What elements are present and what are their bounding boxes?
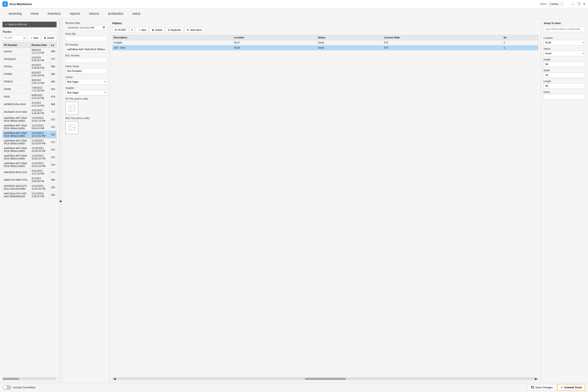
pallets-hscroll-thumb[interactable] bbox=[305, 378, 346, 380]
include-committed-toggle: Include Committed bbox=[3, 385, 35, 390]
table-row[interactable]: multiple RL07 Good 572 2 bbox=[112, 40, 538, 45]
back-to-asn-button[interactable]: ↩ Back to ASN List bbox=[2, 22, 56, 27]
table-row[interactable]: Testing123 2/2/2022 9:05:05 PM 472 bbox=[3, 55, 56, 63]
carrier-select-wrap[interactable]: Bob Sager bbox=[65, 79, 107, 84]
table-row[interactable]: 103 - Oreo RL06 Good 573 1 bbox=[112, 45, 538, 50]
jump-input[interactable] bbox=[544, 26, 586, 32]
carrier-select[interactable]: Bob Sager bbox=[65, 79, 107, 84]
col-license-plate[interactable]: License Plate bbox=[383, 35, 502, 40]
carrier-label: Carrier bbox=[65, 76, 107, 78]
col-location[interactable]: Location bbox=[233, 35, 317, 40]
table-row[interactable]: eab546ae-8af7-45a8-9518-3fb5ecc0df0d 12/… bbox=[3, 138, 56, 146]
location-select[interactable]: RL06 bbox=[544, 40, 586, 45]
driver-name-input[interactable] bbox=[65, 68, 107, 74]
navbar: receivingmoveinventoryreportsreturnsprod… bbox=[0, 8, 588, 19]
table-row[interactable]: P0456 7/28/2022 7:21:36 PM 924 bbox=[3, 86, 56, 93]
trucks-table-wrap: PO Number ↓ Receive Date Lo tewrtrts 9/8… bbox=[2, 42, 56, 377]
nav-item-production[interactable]: production bbox=[104, 8, 128, 19]
width-label: Width bbox=[544, 69, 586, 72]
height-input[interactable] bbox=[544, 62, 586, 67]
client-select-wrap[interactable]: Cerritus bbox=[548, 2, 564, 6]
table-row[interactable]: P830 8/30/2022 2:53:34 PM 978 bbox=[3, 93, 56, 101]
status-select-wrap[interactable]: Good bbox=[544, 51, 586, 56]
pallets-delete-button[interactable]: 🗑 Delete bbox=[150, 27, 164, 33]
col-ite[interactable]: Ite bbox=[502, 35, 538, 40]
minimize-button[interactable]: — bbox=[571, 2, 574, 6]
status-select[interactable]: Good bbox=[544, 51, 586, 56]
bol-file-preview[interactable] bbox=[65, 121, 78, 134]
commit-truck-button[interactable]: ✓ Commit Truck bbox=[558, 384, 585, 391]
col-description[interactable]: Description ↓ bbox=[112, 35, 233, 40]
col-lo[interactable]: Lo bbox=[50, 43, 56, 48]
table-row[interactable]: e8db27a4-9d80-475a 4/1/2022 3:50:58 PM 6… bbox=[3, 176, 56, 184]
nav-item-setup[interactable]: setup bbox=[128, 8, 145, 19]
pallets-filter-clear[interactable]: ✕ bbox=[129, 27, 134, 33]
table-row[interactable]: e987b045-8076-4191 4/12/2022 4:57:23 PM … bbox=[3, 169, 56, 176]
trucks-hscrollbar[interactable] bbox=[2, 377, 56, 380]
notes-input[interactable] bbox=[544, 94, 586, 100]
table-row[interactable]: eab546ae-8af7-45a8-9518-3fb5ecc0df0d 12/… bbox=[3, 154, 56, 161]
trucks-delete-button[interactable]: 🗑 Delete bbox=[42, 35, 56, 41]
bottom-actions: 💾 Save Changes ✓ Commit Truck bbox=[528, 384, 585, 391]
receive-date-field[interactable]: 12/15/2021 10:13:01 PM 📅 bbox=[65, 25, 107, 30]
pallets-view-items-button[interactable]: 👁 View Items bbox=[184, 27, 204, 33]
pallets-table: Description ↓ Location Status License Pl… bbox=[112, 35, 538, 50]
po-number-label: PO Number bbox=[65, 43, 107, 46]
client-label: Client: bbox=[540, 3, 547, 6]
nav-item-returns[interactable]: returns bbox=[84, 8, 104, 19]
width-input[interactable] bbox=[544, 72, 586, 78]
col-status[interactable]: Status bbox=[317, 35, 383, 40]
maximize-button[interactable]: ❐ bbox=[577, 2, 580, 6]
trucks-filter-clear[interactable]: ✕ bbox=[23, 36, 26, 40]
length-input[interactable] bbox=[544, 83, 586, 88]
status-label: Status bbox=[544, 47, 586, 50]
close-button[interactable]: ✕ bbox=[583, 2, 586, 6]
col-receive-date[interactable]: Receive Date bbox=[30, 43, 50, 48]
supplier-label: Supplier bbox=[65, 86, 107, 90]
nav-item-move[interactable]: move bbox=[26, 8, 43, 19]
table-row[interactable]: ebf38633-0fcd-45c6 4/1/2022 4:22:23 PM 6… bbox=[3, 101, 56, 108]
supplier-select[interactable]: Bob Saget bbox=[65, 90, 107, 95]
table-row[interactable]: ddd123cd-c074-42f2-aebc-fbfbb90d6ad4 12/… bbox=[3, 191, 56, 199]
app-icon: A bbox=[2, 2, 8, 7]
pack-slip-input[interactable] bbox=[65, 36, 107, 41]
length-label: Length bbox=[544, 80, 586, 83]
nav-item-receiving[interactable]: receiving bbox=[4, 8, 26, 19]
pallets-hscrollbar[interactable]: ◀ ▶ bbox=[112, 377, 538, 380]
trucks-hscroll-thumb[interactable] bbox=[3, 378, 19, 380]
col-po-number[interactable]: PO Number ↓ bbox=[3, 43, 30, 48]
pallets-new-button[interactable]: ＋ New bbox=[136, 27, 148, 33]
table-row[interactable]: eab546ae-8af7-45a8-9518-3fb5ecc0df0d 12/… bbox=[3, 116, 56, 123]
table-row[interactable]: eb18ade2-21c0-4ab2 4/12/2022 4:49:36 PM … bbox=[3, 108, 56, 116]
table-row[interactable]: POZero 9/2/2022 3:59:50 PM 984 bbox=[3, 63, 56, 70]
po-number-input[interactable] bbox=[65, 47, 107, 52]
table-row[interactable]: tewrtrts 9/8/2022 1:27:21 PM 989 bbox=[3, 48, 56, 55]
table-row[interactable]: e0245033-9a0f-4275-92e2-e9e1ef2169b2 12/… bbox=[3, 184, 56, 191]
table-row[interactable]: eab546ae-8af7-45a8-9518-3fb5ecc0df0d 12/… bbox=[3, 161, 56, 169]
calendar-icon[interactable]: 📅 bbox=[102, 26, 105, 29]
trucks-new-button[interactable]: ＋ New bbox=[28, 35, 40, 41]
trash-icon: 🗑 bbox=[44, 36, 46, 40]
po-file-preview[interactable] bbox=[65, 102, 78, 115]
toggle-switch-control[interactable] bbox=[3, 385, 12, 390]
client-select[interactable]: Cerritus bbox=[548, 2, 564, 6]
nav-item-reports[interactable]: reports bbox=[65, 8, 84, 19]
notes-label: Notes bbox=[544, 91, 586, 94]
table-row[interactable]: eab546ae-8af7-45a8-9518-3fb5ecc0df0d 12/… bbox=[3, 131, 56, 138]
pallet-scroll-right[interactable]: ▶ bbox=[534, 377, 538, 381]
save-changes-button[interactable]: 💾 Save Changes bbox=[528, 384, 556, 390]
table-row[interactable]: PO9622 9/6/2022 2:54:13 PM 984 bbox=[3, 78, 56, 86]
table-row[interactable]: POM92 9/2/2022 5:55:33 PM 984 bbox=[3, 70, 56, 78]
pallets-filter-button[interactable]: ⚙ FILTER bbox=[112, 27, 128, 33]
pallets-duplicate-button[interactable]: ⧉ Duplicate bbox=[166, 27, 183, 33]
table-row[interactable]: eab546ae-8af7-45a8-9518-3fb5ecc0df0d 12/… bbox=[3, 123, 56, 131]
table-row[interactable]: eab546ae-8af7-45a8-9518-3fb5ecc0df0d 12/… bbox=[3, 146, 56, 154]
nav-item-inventory[interactable]: inventory bbox=[43, 8, 65, 19]
supplier-select-wrap[interactable]: Bob Saget bbox=[65, 90, 107, 95]
bol-number-input[interactable] bbox=[65, 58, 107, 63]
trucks-filter-row: ✕ ＋ New 🗑 Delete bbox=[2, 35, 56, 41]
location-label: Location bbox=[544, 36, 586, 40]
pallet-scroll-left[interactable]: ◀ bbox=[113, 377, 116, 381]
panel-nav-right[interactable]: ▶ bbox=[59, 19, 63, 382]
location-select-wrap[interactable]: RL06 bbox=[544, 40, 586, 45]
